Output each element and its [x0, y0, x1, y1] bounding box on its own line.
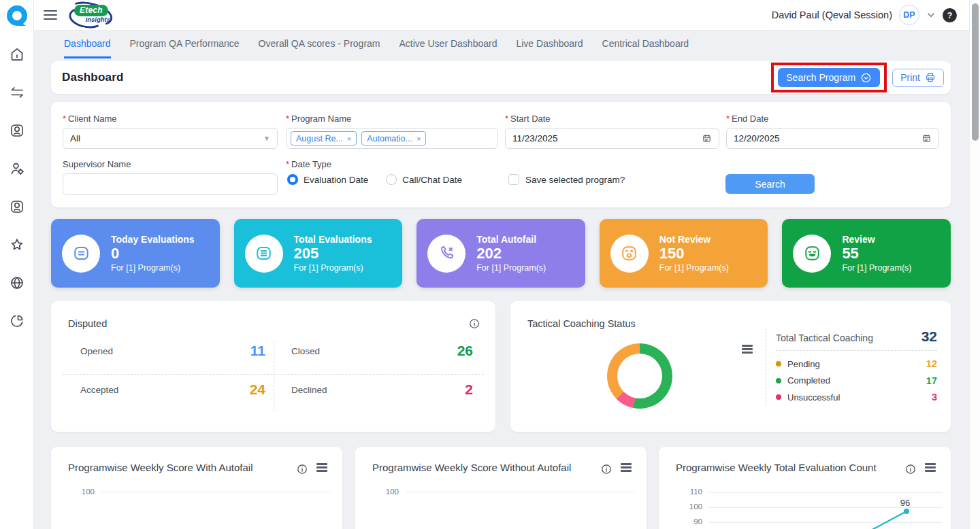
stat-value: 205: [294, 245, 372, 262]
scrollbar-thumb[interactable]: [972, 3, 979, 141]
page-title: Dashboard: [62, 71, 124, 84]
home-icon[interactable]: [9, 46, 25, 63]
top-bar: Etech Insights David Paul (Qeval Session…: [34, 0, 969, 31]
search-button[interactable]: Search: [725, 174, 815, 194]
help-icon[interactable]: ?: [943, 8, 957, 22]
program-name-label: *Program Name: [286, 114, 351, 124]
date-type-radio-group: Evaluation Date Call/Chat Date: [287, 174, 462, 185]
stat-card-total-evaluations: Total Evaluations 205 For [1] Program(s): [234, 219, 403, 288]
tab-dashboard[interactable]: Dashboard: [64, 38, 111, 58]
tactical-donut: [607, 343, 672, 409]
end-date-input[interactable]: 12/20/2025: [726, 128, 939, 149]
client-name-select[interactable]: All ▼: [63, 128, 278, 149]
dashboard-screen: Etech Insights David Paul (Qeval Session…: [0, 0, 980, 529]
user-name: David Paul (Qeval Session): [772, 10, 892, 20]
print-label: Print: [900, 72, 920, 83]
program-name-multiselect[interactable]: August Re... × Automatio... ×: [286, 128, 498, 149]
program-chip[interactable]: Automatio... ×: [361, 131, 426, 146]
client-name-value: All: [70, 133, 80, 143]
tab-program-qa-performance[interactable]: Program QA Performance: [130, 38, 240, 58]
globe-icon[interactable]: [9, 275, 25, 291]
call-chat-date-radio[interactable]: [386, 174, 397, 185]
info-icon[interactable]: [296, 463, 308, 475]
y-tick: 100: [76, 488, 95, 496]
info-icon[interactable]: [468, 318, 480, 330]
legend-value: 3: [932, 392, 937, 403]
chart-menu-icon[interactable]: [621, 463, 632, 475]
stat-subtitle: For [1] Program(s): [294, 263, 372, 273]
tactical-coaching-panel: Tactical Coaching Status Total Tactical …: [510, 301, 951, 432]
happy-face-icon: [793, 235, 831, 273]
tab-active-user-dashboard[interactable]: Active User Dashboard: [399, 38, 497, 58]
program-chip[interactable]: August Re... ×: [291, 131, 357, 146]
qa-badge-icon[interactable]: [9, 122, 25, 139]
highlight-annotation-box: Search Program: [771, 63, 887, 92]
tab-live-dashboard[interactable]: Live Dashboard: [516, 38, 583, 58]
page-scrollbar: [969, 0, 980, 529]
tab-overall-qa-scores-program[interactable]: Overall QA scores - Program: [259, 38, 380, 58]
avatar[interactable]: DP: [899, 5, 919, 25]
qa-badge-2-icon[interactable]: [9, 199, 25, 215]
chart-title: Programwise Weekly Score Without Autofai…: [372, 462, 571, 473]
disputed-title: Disputed: [68, 318, 107, 329]
stat-value: 0: [111, 245, 195, 262]
client-name-label: *Client Name: [63, 114, 117, 124]
stat-card-today-evaluations: Today Evaluations 0 For [1] Program(s): [51, 219, 220, 288]
disputed-closed: Closed 26: [291, 339, 473, 363]
supervisor-name-input[interactable]: [63, 173, 278, 195]
print-button[interactable]: Print: [892, 69, 944, 87]
star-icon[interactable]: [9, 237, 25, 253]
stat-value: 202: [476, 245, 546, 262]
stat-value: 55: [842, 245, 911, 262]
stat-subtitle: For [1] Program(s): [111, 263, 195, 273]
qeval-logo[interactable]: [5, 5, 29, 32]
legend-row-unsuccessful: Unsuccessful 3: [776, 389, 937, 406]
chart-menu-icon[interactable]: [316, 463, 327, 475]
disputed-value: 2: [465, 381, 473, 398]
end-date-label: *End Date: [726, 114, 768, 124]
stat-subtitle: For [1] Program(s): [659, 263, 729, 273]
chip-close-icon[interactable]: ×: [416, 135, 421, 143]
menu-toggle-icon[interactable]: [44, 10, 57, 20]
search-program-button[interactable]: Search Program: [778, 68, 880, 87]
save-program-checkbox[interactable]: [508, 174, 519, 185]
etech-insights-logo: Etech Insights: [69, 3, 112, 27]
start-date-value: 11/23/2025: [512, 133, 558, 143]
evaluation-list-icon: [62, 235, 100, 273]
stat-cards-row: Today Evaluations 0 For [1] Program(s) T…: [51, 219, 951, 288]
legend-row-pending: Pending 12: [776, 356, 937, 373]
chevron-down-icon[interactable]: [926, 10, 936, 20]
disputed-label: Declined: [291, 385, 327, 395]
chip-close-icon[interactable]: ×: [347, 135, 351, 143]
call-chat-date-label: Call/Chat Date: [402, 175, 462, 185]
evaluation-date-radio[interactable]: [287, 174, 298, 185]
stat-subtitle: For [1] Program(s): [842, 263, 911, 273]
user-settings-icon[interactable]: [9, 160, 25, 177]
tab-centrical-dashboard[interactable]: Centrical Dashboard: [602, 38, 689, 58]
legend-dot: [776, 361, 781, 366]
chart-title: Programwise Weekly Score With Autofail: [68, 462, 253, 473]
radio-option-call-chat-date: Call/Chat Date: [386, 174, 462, 185]
dashboard-tabs: Dashboard Program QA Performance Overall…: [64, 38, 689, 58]
legend-label: Completed: [787, 375, 830, 386]
radio-option-evaluation-date: Evaluation Date: [287, 174, 368, 185]
chart-menu-icon[interactable]: [742, 345, 753, 354]
legend-label: Pending: [787, 359, 820, 369]
sidebar-nav: [9, 46, 25, 329]
start-date-input[interactable]: 11/23/2025: [505, 128, 719, 149]
stat-title: Not Review: [659, 234, 729, 245]
swap-arrows-icon[interactable]: [9, 84, 25, 101]
disputed-accepted: Accepted 24: [80, 377, 265, 402]
stat-title: Total Evaluations: [294, 234, 372, 245]
disputed-label: Opened: [80, 346, 113, 356]
date-type-label: *Date Type: [286, 159, 331, 169]
legend-dot: [776, 394, 781, 400]
info-icon[interactable]: [600, 463, 612, 475]
pie-chart-icon[interactable]: [9, 313, 25, 329]
stat-card-review: Review 55 For [1] Program(s): [782, 219, 951, 288]
legend-value: 17: [926, 375, 937, 386]
gridline: [101, 492, 330, 492]
etech-logo-subtext: Insights: [86, 16, 110, 23]
chevron-circle-icon: [860, 72, 872, 84]
tactical-title: Tactical Coaching Status: [527, 318, 636, 329]
